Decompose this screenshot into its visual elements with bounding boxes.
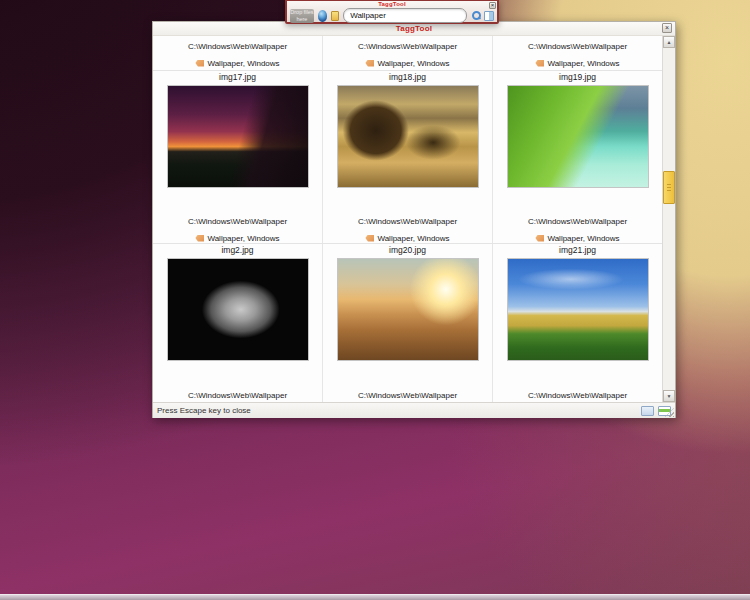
image-cell: img2.jpg C:\Windows\Web\Wallpaper	[153, 244, 323, 402]
image-tags: Wallpaper, Windows	[207, 59, 279, 68]
image-path: C:\Windows\Web\Wallpaper	[528, 216, 627, 228]
scrollbar-thumb[interactable]	[663, 171, 675, 204]
toolbar-title: TaggTool	[287, 1, 497, 8]
image-filename: img21.jpg	[559, 244, 596, 256]
image-cell: img18.jpg C:\Windows\Web\Wallpaper Wallp…	[323, 71, 493, 243]
tag-icon	[195, 235, 204, 242]
thumbnail-img21[interactable]	[507, 258, 649, 361]
image-path: C:\Windows\Web\Wallpaper	[188, 216, 287, 228]
grid-view-icon[interactable]	[641, 406, 654, 416]
tag-icon	[535, 235, 544, 242]
browser-titlebar[interactable]: TaggTool ×	[153, 22, 675, 36]
image-tags: Wallpaper, Windows	[547, 234, 619, 243]
tag-icon	[365, 235, 374, 242]
close-icon[interactable]: ×	[489, 2, 496, 9]
tag-icon	[365, 60, 374, 67]
note-icon[interactable]	[331, 11, 339, 21]
vertical-scrollbar[interactable]: ▲ ▼	[662, 36, 675, 402]
browser-window: TaggTool × C:\Windows\Web\Wallpaper Wall…	[152, 21, 676, 418]
panel-toggle-icon[interactable]	[484, 11, 494, 21]
image-path: C:\Windows\Web\Wallpaper	[528, 390, 627, 402]
image-filename: img17.jpg	[219, 71, 256, 83]
image-cell: img17.jpg C:\Windows\Web\Wallpaper Wallp…	[153, 71, 323, 243]
image-cell: C:\Windows\Web\Wallpaper Wallpaper, Wind…	[493, 36, 662, 70]
search-input[interactable]	[343, 8, 467, 23]
globe-icon[interactable]	[318, 10, 327, 22]
image-cell: img20.jpg C:\Windows\Web\Wallpaper	[323, 244, 493, 402]
taskbar-edge	[0, 594, 750, 600]
image-filename: img2.jpg	[221, 244, 253, 256]
grid-row: img2.jpg C:\Windows\Web\Wallpaper img20.…	[153, 244, 662, 402]
image-tags: Wallpaper, Windows	[547, 59, 619, 68]
scroll-down-icon[interactable]: ▼	[663, 390, 675, 402]
tag-icon	[195, 60, 204, 67]
image-filename: img20.jpg	[389, 244, 426, 256]
image-cell: C:\Windows\Web\Wallpaper Wallpaper, Wind…	[153, 36, 323, 70]
image-cell: C:\Windows\Web\Wallpaper Wallpaper, Wind…	[323, 36, 493, 70]
toolbar-titlebar[interactable]: TaggTool ×	[287, 1, 497, 8]
image-path: C:\Windows\Web\Wallpaper	[188, 41, 287, 53]
image-tags: Wallpaper, Windows	[377, 234, 449, 243]
image-path: C:\Windows\Web\Wallpaper	[358, 390, 457, 402]
thumbnail-img17[interactable]	[167, 85, 309, 188]
image-filename: img19.jpg	[559, 71, 596, 83]
tag-icon	[535, 60, 544, 67]
image-path: C:\Windows\Web\Wallpaper	[528, 41, 627, 53]
status-bar: Press Escape key to close	[153, 402, 675, 418]
image-tags: Wallpaper, Windows	[377, 59, 449, 68]
toolbar-window: TaggTool × Drop files here	[285, 0, 499, 24]
image-tags: Wallpaper, Windows	[207, 234, 279, 243]
drop-files-zone[interactable]: Drop files here	[290, 9, 314, 23]
grid-row: img17.jpg C:\Windows\Web\Wallpaper Wallp…	[153, 71, 662, 244]
close-icon[interactable]: ×	[662, 23, 672, 33]
image-cell: img21.jpg C:\Windows\Web\Wallpaper	[493, 244, 662, 402]
image-path: C:\Windows\Web\Wallpaper	[188, 390, 287, 402]
image-cell: img19.jpg C:\Windows\Web\Wallpaper Wallp…	[493, 71, 662, 243]
thumbnail-img19[interactable]	[507, 85, 649, 188]
image-path: C:\Windows\Web\Wallpaper	[358, 41, 457, 53]
thumbnail-grid: C:\Windows\Web\Wallpaper Wallpaper, Wind…	[153, 36, 662, 402]
thumbnail-img20[interactable]	[337, 258, 479, 361]
thumbnail-img18[interactable]	[337, 85, 479, 188]
search-icon[interactable]	[471, 10, 479, 21]
scroll-up-icon[interactable]: ▲	[663, 36, 675, 48]
scrollbar-track[interactable]	[663, 48, 675, 390]
thumbnail-img2[interactable]	[167, 258, 309, 361]
image-filename: img18.jpg	[389, 71, 426, 83]
grid-row-partial: C:\Windows\Web\Wallpaper Wallpaper, Wind…	[153, 36, 662, 71]
image-path: C:\Windows\Web\Wallpaper	[358, 216, 457, 228]
status-text: Press Escape key to close	[157, 406, 637, 415]
